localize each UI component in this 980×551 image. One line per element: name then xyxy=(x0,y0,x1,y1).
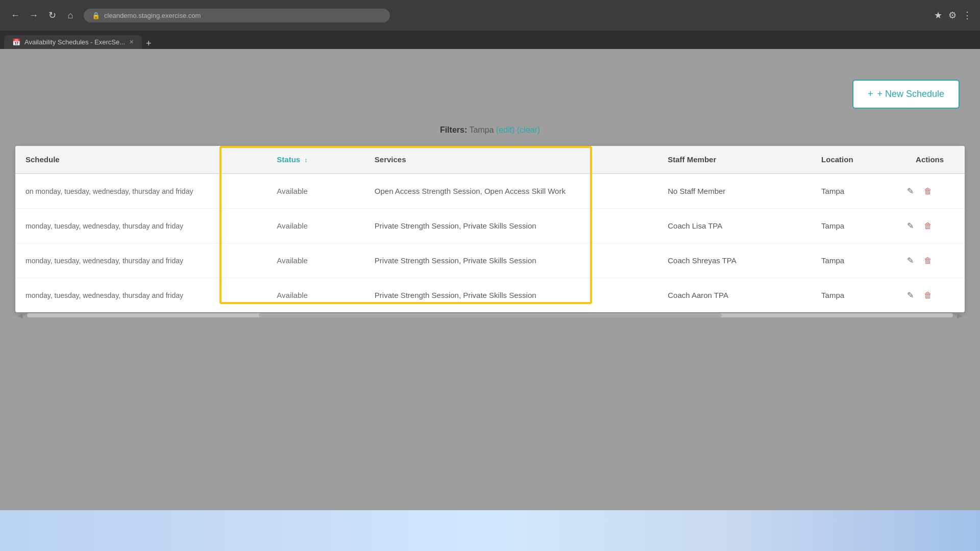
new-schedule-label: + New Schedule xyxy=(877,89,944,99)
filters-clear-link[interactable]: (clear) xyxy=(517,126,540,134)
table-row: monday, tuesday, wednesday, thursday and… xyxy=(15,243,965,278)
actions-cell: ✎ 🗑 xyxy=(895,278,965,313)
staff-cell: No Staff Member xyxy=(657,173,811,209)
filters-value: Tampa xyxy=(469,126,496,134)
column-header-actions: Actions xyxy=(895,146,965,173)
browser-chrome: ← → ↻ ⌂ 🔒 cleandemo.staging.exercise.com… xyxy=(0,0,980,31)
top-actions: + + New Schedule xyxy=(852,80,960,109)
address-bar[interactable]: 🔒 cleandemo.staging.exercise.com xyxy=(84,9,390,22)
tab-bar: 📅 Availability Schedules - ExercSe... ✕ … xyxy=(0,31,980,49)
schedules-table-container: Schedule Status ↕ Services Staff Member … xyxy=(15,146,965,312)
actions-cell: ✎ 🗑 xyxy=(895,243,965,278)
services-cell: Open Access Strength Session, Open Acces… xyxy=(364,173,657,209)
status-cell: Available xyxy=(266,173,364,209)
table-row: on monday, tuesday, wednesday, thursday … xyxy=(15,173,965,209)
active-tab[interactable]: 📅 Availability Schedules - ExercSe... ✕ xyxy=(4,35,142,49)
scroll-track[interactable] xyxy=(27,313,953,317)
column-header-location: Location xyxy=(811,146,895,173)
scroll-left-button[interactable]: ◀ xyxy=(15,312,25,319)
location-cell: Tampa xyxy=(811,209,895,243)
filters-bar: Filters: Tampa (edit) (clear) xyxy=(440,126,540,135)
scroll-right-button[interactable]: ▶ xyxy=(955,312,965,319)
reload-button[interactable]: ↻ xyxy=(45,8,59,22)
nav-buttons: ← → ↻ ⌂ xyxy=(8,8,78,22)
location-cell: Tampa xyxy=(811,243,895,278)
staff-cell: Coach Shreyas TPA xyxy=(657,243,811,278)
column-header-staff-member: Staff Member xyxy=(657,146,811,173)
table-row: monday, tuesday, wednesday, thursday and… xyxy=(15,209,965,243)
delete-button[interactable]: 🗑 xyxy=(922,185,934,198)
status-cell: Available xyxy=(266,278,364,313)
schedule-cell: on monday, tuesday, wednesday, thursday … xyxy=(15,173,266,209)
schedules-table: Schedule Status ↕ Services Staff Member … xyxy=(15,146,965,312)
actions-cell: ✎ 🗑 xyxy=(895,173,965,209)
column-header-status[interactable]: Status ↕ xyxy=(266,146,364,173)
plus-icon: + xyxy=(868,89,873,99)
edit-button[interactable]: ✎ xyxy=(905,254,916,267)
edit-button[interactable]: ✎ xyxy=(905,219,916,233)
filters-edit-link[interactable]: (edit) xyxy=(496,126,514,134)
sort-icon: ↕ xyxy=(304,157,307,164)
status-cell: Available xyxy=(266,243,364,278)
home-button[interactable]: ⌂ xyxy=(63,8,78,22)
status-cell: Available xyxy=(266,209,364,243)
services-cell: Private Strength Session, Private Skills… xyxy=(364,243,657,278)
back-button[interactable]: ← xyxy=(8,8,22,22)
location-cell: Tampa xyxy=(811,278,895,313)
new-schedule-button[interactable]: + + New Schedule xyxy=(852,80,960,109)
bottom-gradient xyxy=(0,510,980,551)
new-tab-button[interactable]: + xyxy=(146,38,152,49)
page-content: + + New Schedule Filters: Tampa (edit) (… xyxy=(0,49,980,551)
schedule-cell: monday, tuesday, wednesday, thursday and… xyxy=(15,209,266,243)
location-cell: Tampa xyxy=(811,173,895,209)
services-cell: Private Strength Session, Private Skills… xyxy=(364,278,657,313)
services-cell: Private Strength Session, Private Skills… xyxy=(364,209,657,243)
delete-button[interactable]: 🗑 xyxy=(922,219,934,233)
actions-cell: ✎ 🗑 xyxy=(895,209,965,243)
filters-label: Filters: xyxy=(440,126,467,134)
schedule-cell: monday, tuesday, wednesday, thursday and… xyxy=(15,278,266,313)
column-header-schedule: Schedule xyxy=(15,146,266,173)
table-row: monday, tuesday, wednesday, thursday and… xyxy=(15,278,965,313)
schedule-cell: monday, tuesday, wednesday, thursday and… xyxy=(15,243,266,278)
horizontal-scrollbar[interactable]: ◀ ▶ xyxy=(15,312,965,319)
table-header-row: Schedule Status ↕ Services Staff Member … xyxy=(15,146,965,173)
forward-button[interactable]: → xyxy=(27,8,41,22)
tab-title: Availability Schedules - ExercSe... xyxy=(24,38,125,46)
url-text: cleandemo.staging.exercise.com xyxy=(104,12,201,19)
menu-icon[interactable]: ⋮ xyxy=(963,10,972,21)
scroll-thumb[interactable] xyxy=(259,313,722,317)
close-tab-button[interactable]: ✕ xyxy=(129,39,134,45)
edit-button[interactable]: ✎ xyxy=(905,184,916,198)
staff-cell: Coach Lisa TPA xyxy=(657,209,811,243)
tab-favicon: 📅 xyxy=(12,38,20,46)
delete-button[interactable]: 🗑 xyxy=(922,289,934,302)
staff-cell: Coach Aaron TPA xyxy=(657,278,811,313)
star-icon[interactable]: ★ xyxy=(934,10,942,21)
delete-button[interactable]: 🗑 xyxy=(922,254,934,267)
column-header-services: Services xyxy=(364,146,657,173)
browser-actions: ★ ⚙ ⋮ xyxy=(934,10,972,21)
settings-icon[interactable]: ⚙ xyxy=(948,10,957,21)
edit-button[interactable]: ✎ xyxy=(905,288,916,302)
